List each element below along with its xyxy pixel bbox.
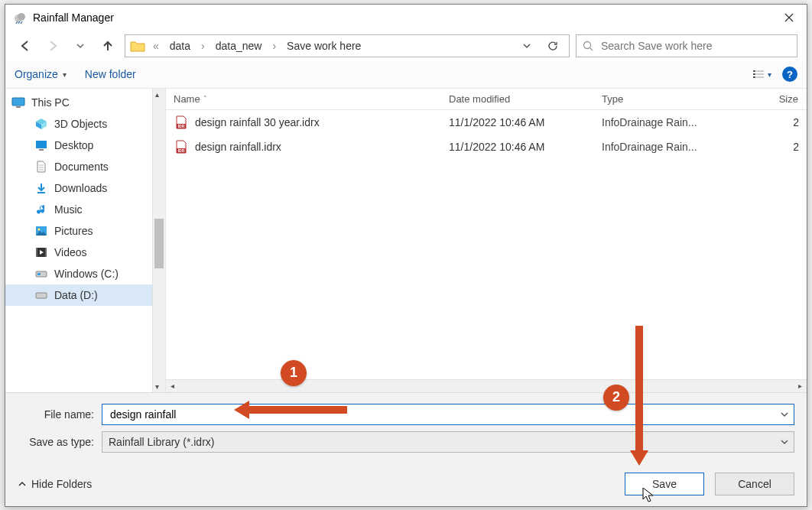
breadcrumb-data-new[interactable]: data_new: [213, 40, 265, 52]
tree-this-pc[interactable]: This PC: [5, 92, 165, 113]
folder-icon: [130, 40, 145, 52]
drive-icon: [34, 268, 48, 280]
help-button[interactable]: ?: [782, 67, 797, 82]
filetype-dropdown[interactable]: [775, 432, 794, 452]
save-dialog: Rainfall Manager « data › data_n: [5, 4, 807, 507]
scroll-up-icon[interactable]: ▴: [155, 90, 159, 99]
refresh-button[interactable]: [541, 41, 564, 51]
bottom-panel: File name: Save as type: Rainfall Librar…: [5, 392, 807, 506]
svg-rect-28: [36, 293, 47, 298]
tree-desktop[interactable]: Desktop: [5, 135, 165, 156]
tree-data-d[interactable]: Data (D:): [5, 284, 165, 306]
svg-text:IDR: IDR: [178, 124, 185, 128]
save-button[interactable]: Save: [625, 473, 704, 495]
scroll-down-icon[interactable]: ▾: [155, 382, 159, 391]
svg-text:IDR: IDR: [178, 148, 185, 153]
chevron-right-icon: ›: [198, 40, 208, 52]
back-button[interactable]: [15, 35, 36, 57]
tree-downloads[interactable]: Downloads: [5, 177, 165, 199]
file-row[interactable]: IDR design rainfall 30 year.idrx 11/1/20…: [166, 110, 807, 135]
tree-label: Data (D:): [54, 289, 98, 301]
tree-music[interactable]: Music: [5, 199, 165, 220]
view-options-button[interactable]: ▾: [752, 69, 771, 80]
address-bar[interactable]: « data › data_new › Save work here: [125, 34, 570, 57]
col-name[interactable]: Name ˄: [166, 89, 441, 109]
organize-button[interactable]: Organize: [15, 68, 67, 80]
file-type: InfoDrainage Rain...: [594, 141, 724, 153]
scroll-track[interactable]: [179, 380, 794, 392]
col-date[interactable]: Date modified: [441, 89, 594, 109]
cancel-button[interactable]: Cancel: [715, 473, 794, 495]
scroll-left-icon[interactable]: ◂: [166, 382, 179, 390]
svg-rect-10: [756, 73, 764, 75]
pictures-icon: [34, 225, 48, 237]
svg-rect-25: [45, 248, 47, 257]
search-input[interactable]: [599, 39, 791, 53]
forward-button[interactable]: [42, 35, 63, 57]
h-scrollbar[interactable]: ◂ ▸: [166, 379, 807, 392]
new-folder-button[interactable]: New folder: [85, 68, 136, 80]
desktop-icon: [34, 139, 48, 151]
tree-label: Music: [54, 203, 83, 216]
body: This PC 3D Objects Desktop Documents: [5, 89, 807, 392]
filename-combo[interactable]: [102, 404, 794, 425]
tree-label: This PC: [31, 96, 70, 109]
close-button[interactable]: [771, 6, 807, 29]
tree-label: Videos: [54, 246, 87, 258]
file-pane: Name ˄ Date modified Type Size IDR desig…: [166, 89, 807, 392]
toolbar: Organize New folder ▾ ?: [5, 61, 807, 89]
svg-point-5: [584, 41, 591, 48]
filename-label: File name:: [18, 408, 94, 421]
svg-line-6: [590, 47, 593, 50]
file-name: design rainfall 30 year.idrx: [195, 116, 320, 128]
search-box[interactable]: [576, 34, 797, 57]
chevron-right-icon: ›: [269, 40, 279, 52]
idrx-file-icon: IDR: [174, 115, 189, 130]
svg-rect-14: [16, 106, 21, 108]
hide-folders-button[interactable]: Hide Folders: [18, 478, 92, 490]
svg-rect-8: [756, 70, 764, 72]
svg-line-2: [16, 21, 18, 24]
sort-asc-icon: ˄: [203, 95, 207, 102]
filename-dropdown[interactable]: [775, 404, 794, 424]
breadcrumb-save-work-here[interactable]: Save work here: [284, 40, 364, 52]
filetype-combo[interactable]: Rainfall Library (*.idrx): [102, 431, 794, 453]
svg-rect-15: [36, 141, 47, 148]
tree-label: Downloads: [54, 182, 107, 194]
file-row[interactable]: IDR design rainfall.idrx 11/1/2022 10:46…: [166, 135, 807, 159]
tree-documents[interactable]: Documents: [5, 156, 165, 177]
breadcrumb-root: «: [150, 40, 162, 52]
svg-rect-16: [39, 149, 44, 151]
file-name: design rainfall.idrx: [195, 141, 281, 153]
file-size: 2: [724, 116, 807, 128]
recent-locations-button[interactable]: [70, 35, 91, 57]
music-icon: [34, 203, 48, 216]
tree-videos[interactable]: Videos: [5, 242, 165, 263]
tree-pictures[interactable]: Pictures: [5, 220, 165, 242]
svg-rect-27: [37, 273, 41, 275]
filename-input[interactable]: [109, 404, 775, 424]
tree-windows-c[interactable]: Windows (C:): [5, 263, 165, 284]
svg-point-22: [38, 228, 41, 230]
tree-scrollbar[interactable]: ▴ ▾: [152, 89, 165, 392]
scroll-right-icon[interactable]: ▸: [794, 382, 807, 390]
idrx-file-icon: IDR: [174, 139, 189, 154]
filename-row: File name:: [18, 404, 794, 425]
file-size: 2: [724, 141, 807, 153]
svg-rect-12: [756, 76, 764, 78]
filetype-row: Save as type: Rainfall Library (*.idrx): [18, 431, 794, 453]
list-header: Name ˄ Date modified Type Size: [166, 89, 807, 110]
col-type[interactable]: Type: [594, 89, 724, 109]
tree-label: Windows (C:): [54, 268, 119, 280]
address-dropdown[interactable]: [517, 42, 537, 50]
breadcrumb-data[interactable]: data: [167, 40, 193, 52]
scroll-thumb[interactable]: [154, 219, 164, 268]
svg-rect-7: [753, 70, 755, 72]
col-size[interactable]: Size: [724, 89, 807, 109]
3d-objects-icon: [34, 118, 48, 130]
up-button[interactable]: [97, 35, 119, 57]
svg-line-4: [21, 21, 22, 24]
filetype-value: Rainfall Library (*.idrx): [109, 436, 775, 448]
svg-rect-13: [12, 98, 24, 106]
tree-3d-objects[interactable]: 3D Objects: [5, 113, 165, 135]
